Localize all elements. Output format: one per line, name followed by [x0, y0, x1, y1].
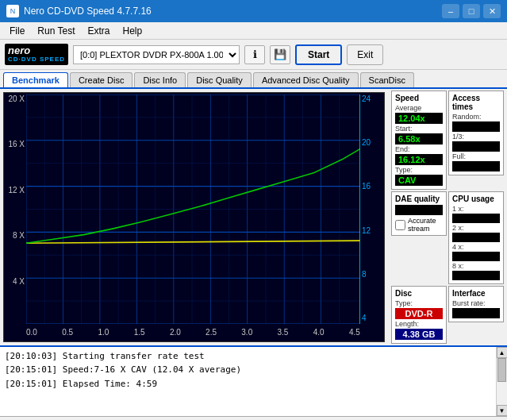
tab-scan-disc[interactable]: ScanDisc: [360, 72, 414, 87]
disc-title: Disc: [395, 289, 443, 298]
y-label-8: 8 X: [13, 231, 25, 240]
y-axis-left: 20 X 16 X 12 X 8 X 4 X: [4, 93, 26, 324]
access-section: Access times Random: 1/3: Full:: [448, 91, 504, 190]
4x-label: 4 x:: [452, 243, 500, 251]
1x-label: 1 x:: [452, 205, 500, 213]
disc-length-label: Length:: [395, 320, 443, 328]
dae-title: DAE quality: [395, 195, 443, 203]
save-icon-button[interactable]: 💾: [270, 45, 290, 64]
cpu-section: CPU usage 1 x: 2 x: 4 x: 8 x:: [448, 191, 504, 284]
close-button[interactable]: ✕: [483, 4, 501, 18]
log-scrollbar: ▲ ▼: [496, 347, 507, 416]
y-right-20: 20: [362, 138, 371, 147]
cpu-box: CPU usage 1 x: 2 x: 4 x: 8 x:: [448, 191, 504, 284]
x-label-45: 4.5: [349, 328, 360, 337]
log-entry-1: [20:15:01] Speed:7-16 X CAV (12.04 X ave…: [5, 363, 491, 376]
y-label-12: 12 X: [8, 186, 25, 195]
start-button[interactable]: Start: [295, 44, 342, 65]
accurate-row: Accurate stream: [395, 217, 443, 233]
y-right-12: 12: [362, 226, 371, 235]
y-right-16: 16: [362, 182, 371, 191]
y-right-8: 8: [362, 270, 367, 279]
chart-area: 20 X 16 X 12 X 8 X 4 X: [3, 92, 385, 342]
log-scroll-track: [497, 358, 507, 405]
y-label-4: 4 X: [13, 277, 25, 286]
2x-value: [452, 233, 500, 242]
disc-length-value: 4.38 GB: [395, 329, 443, 340]
drive-select[interactable]: [0:0] PLEXTOR DVDR PX-800A 1.00: [73, 45, 240, 64]
menu-help[interactable]: Help: [117, 24, 149, 38]
x-label-20: 2.0: [170, 328, 181, 337]
chart-svg-container: [26, 94, 360, 324]
menu-bar: File Run Test Extra Help: [0, 22, 507, 40]
disc-type-label: Type:: [395, 299, 443, 307]
x-label-05: 0.5: [62, 328, 73, 337]
side-panel: Speed Average 12.04x Start: 6.58x End: 1…: [388, 89, 507, 345]
4x-value: [452, 252, 500, 261]
two-col-panel: Speed Average 12.04x Start: 6.58x End: 1…: [391, 91, 504, 190]
accurate-checkbox[interactable]: [395, 220, 405, 230]
x-label-10: 1.0: [98, 328, 109, 337]
random-value: [452, 121, 500, 132]
maximize-button[interactable]: □: [463, 4, 480, 18]
log-area: [20:10:03] Starting transfer rate test […: [0, 345, 507, 417]
x-label-0: 0.0: [26, 328, 37, 337]
menu-extra[interactable]: Extra: [81, 24, 116, 38]
access-title: Access times: [452, 94, 500, 111]
tabs: Benchmark Create Disc Disc Info Disc Qua…: [0, 70, 507, 89]
y-label-20: 20 X: [8, 94, 25, 103]
tab-benchmark[interactable]: Benchmark: [3, 72, 68, 87]
disc-section: Disc Type: DVD-R Length: 4.38 GB: [391, 286, 447, 344]
dae-value: [395, 205, 443, 215]
interface-box: Interface Burst rate:: [448, 286, 504, 322]
8x-value: [452, 271, 500, 280]
disc-box: Disc Type: DVD-R Length: 4.38 GB: [391, 286, 447, 344]
tab-disc-info[interactable]: Disc Info: [134, 72, 186, 87]
8x-label: 8 x:: [452, 262, 500, 270]
tab-disc-quality[interactable]: Disc Quality: [187, 72, 252, 87]
tab-advanced-disc-quality[interactable]: Advanced Disc Quality: [253, 72, 359, 87]
type-value: CAV: [395, 175, 443, 186]
menu-file[interactable]: File: [3, 24, 31, 38]
average-value: 12.04x: [395, 113, 443, 124]
log-scroll-up-button[interactable]: ▲: [497, 347, 508, 358]
full-label: Full:: [452, 152, 500, 160]
title-bar-left: N Nero CD-DVD Speed 4.7.7.16: [6, 5, 152, 17]
speed-title: Speed: [395, 94, 443, 102]
x-axis: 0.0 0.5 1.0 1.5 2.0 2.5 3.0 3.5 4.0 4.5: [26, 324, 360, 340]
minimize-button[interactable]: –: [442, 4, 459, 18]
one-third-value: [452, 141, 500, 152]
window-title: Nero CD-DVD Speed 4.7.7.16: [24, 6, 152, 17]
exit-button[interactable]: Exit: [347, 44, 383, 65]
nero-logo-text: nero: [8, 45, 30, 56]
one-third-label: 1/3:: [452, 133, 500, 141]
1x-value: [452, 214, 500, 223]
burst-rate-value: [452, 308, 500, 318]
log-content[interactable]: [20:10:03] Starting transfer rate test […: [0, 347, 496, 416]
x-label-25: 2.5: [205, 328, 217, 337]
accurate-label: Accurate stream: [408, 217, 443, 233]
end-label: End:: [395, 145, 443, 153]
interface-title: Interface: [452, 289, 500, 298]
y-label-16: 16 X: [8, 140, 25, 148]
tab-create-disc[interactable]: Create Disc: [70, 72, 133, 87]
main-content: 20 X 16 X 12 X 8 X 4 X: [0, 89, 507, 345]
y-right-24: 24: [362, 94, 371, 103]
title-bar-controls: – □ ✕: [442, 4, 501, 18]
chart-svg: [26, 94, 360, 324]
x-label-15: 1.5: [134, 328, 145, 337]
average-label: Average: [395, 104, 443, 112]
dae-box: DAE quality Accurate stream: [391, 191, 447, 236]
interface-section: Interface Burst rate:: [448, 286, 504, 344]
y-right-4: 4: [362, 314, 367, 322]
cpu-title: CPU usage: [452, 195, 500, 203]
disc-interface-panel: Disc Type: DVD-R Length: 4.38 GB Interfa…: [391, 286, 504, 344]
toolbar: nero CD·DVD SPEED [0:0] PLEXTOR DVDR PX-…: [0, 40, 507, 70]
menu-run-test[interactable]: Run Test: [31, 24, 81, 38]
burst-rate-label: Burst rate:: [452, 299, 500, 307]
speed-box: Speed Average 12.04x Start: 6.58x End: 1…: [391, 91, 447, 190]
disc-type-value: DVD-R: [395, 308, 443, 319]
log-scroll-down-button[interactable]: ▼: [497, 405, 508, 416]
info-icon-button[interactable]: ℹ: [244, 45, 265, 64]
log-scroll-thumb[interactable]: [497, 358, 506, 382]
